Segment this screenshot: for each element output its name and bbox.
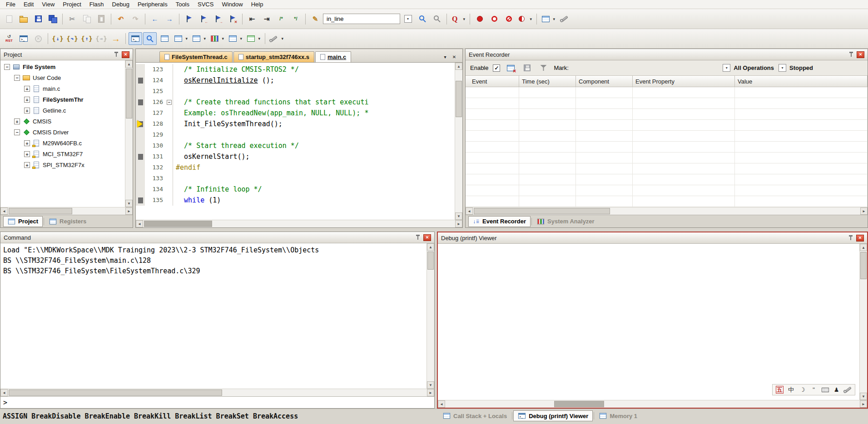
scroll-up-icon[interactable] [860, 244, 867, 251]
menu-view[interactable]: View [38, 0, 59, 8]
document-tab-startup-stm32f746xx-s[interactable]: startup_stm32f746xx.s [233, 51, 314, 62]
scroll-up-icon[interactable] [125, 60, 133, 68]
tab-system-analyzer[interactable]: System Analyzer [533, 216, 599, 227]
project-hscrollbar[interactable] [0, 207, 133, 215]
memory-window-icon[interactable] [227, 32, 244, 45]
command-hscrollbar[interactable] [0, 389, 434, 396]
scroll-left-icon[interactable] [0, 207, 8, 215]
menu-tools[interactable]: Tools [172, 0, 193, 8]
command-output[interactable]: Load "E:\\MDKWorkSpace\\MDK Trainging 20… [0, 243, 427, 389]
breakpoint-margin[interactable] [136, 162, 145, 173]
undo-icon[interactable]: ↶ [114, 13, 128, 25]
event-recorder-hscrollbar[interactable] [466, 207, 868, 215]
document-tab-main-c[interactable]: main.c [315, 51, 351, 62]
tab-registers[interactable]: Registers [45, 216, 90, 227]
save-all-icon[interactable] [46, 13, 60, 25]
menu-flash[interactable]: Flash [85, 0, 108, 8]
find-icon[interactable] [430, 13, 444, 25]
breakpoint-margin[interactable] [136, 108, 145, 118]
tree-expander-icon[interactable]: + [14, 118, 20, 124]
bookmark-toggle-icon[interactable] [182, 13, 196, 25]
open-file-icon[interactable] [17, 13, 30, 25]
menu-project[interactable]: Project [59, 0, 85, 8]
editor-hscrollbar[interactable] [136, 220, 462, 227]
breakpoint-margin[interactable] [136, 129, 145, 140]
document-tab-filesystemthread-c[interactable]: FileSystemThread.c [159, 51, 233, 62]
tree-expander-icon[interactable]: + [24, 97, 30, 103]
scroll-right-icon[interactable] [427, 389, 434, 396]
ime-soft-keyboard-icon[interactable] [821, 386, 829, 394]
redo-icon[interactable]: ↷ [129, 13, 142, 25]
scroll-thumb[interactable] [9, 389, 222, 396]
scroll-down-icon[interactable] [125, 200, 133, 207]
tree-item[interactable]: −CMSIS Driver [0, 127, 125, 138]
column-header-time-sec[interactable]: Time (sec) [519, 76, 576, 87]
pin-icon[interactable] [415, 234, 421, 241]
command-window-icon[interactable] [129, 32, 142, 45]
tree-item[interactable]: +Getline.c [0, 105, 125, 116]
scroll-thumb[interactable] [9, 208, 72, 214]
disable-breakpoint-icon[interactable] [487, 13, 501, 25]
column-header-value[interactable]: Value [735, 76, 868, 87]
scroll-down-icon[interactable] [860, 393, 867, 400]
tree-item[interactable]: +CMSIS [0, 116, 125, 127]
ime-wubi-icon[interactable]: 五 [776, 386, 784, 394]
window-layout-icon[interactable] [540, 13, 557, 25]
close-icon[interactable] [423, 234, 431, 241]
ime-band-icon[interactable]: ♟ [833, 386, 840, 394]
tree-expander-icon[interactable]: + [24, 140, 30, 146]
tab-list-dropdown-icon[interactable] [441, 53, 450, 61]
tree-expander-icon[interactable]: + [24, 162, 30, 168]
scroll-thumb[interactable] [474, 208, 610, 214]
scroll-left-icon[interactable] [438, 400, 445, 408]
breakpoint-options-icon[interactable] [516, 13, 534, 25]
tree-item[interactable]: −User Code [0, 72, 125, 83]
tree-item[interactable]: −File System [0, 61, 125, 72]
breakpoint-margin[interactable] [136, 140, 145, 151]
tree-item[interactable]: +main.c [0, 83, 125, 94]
menu-svcs[interactable]: SVCS [193, 0, 218, 8]
analysis-windows-icon[interactable] [208, 32, 226, 45]
column-header-component[interactable]: Component [576, 76, 633, 87]
command-vscrollbar[interactable] [427, 243, 434, 389]
context-scope-dropdown-icon[interactable] [401, 13, 415, 25]
step-out-icon[interactable]: ↑ [80, 32, 94, 45]
breakpoint-margin[interactable] [136, 195, 145, 206]
breakpoint-margin[interactable] [136, 86, 145, 97]
breakpoint-margin[interactable] [136, 184, 145, 195]
breakpoint-margin[interactable] [136, 173, 145, 184]
close-icon[interactable] [857, 51, 864, 58]
scroll-left-icon[interactable] [466, 207, 473, 215]
tree-expander-icon[interactable]: − [14, 75, 20, 81]
system-viewer-icon[interactable] [245, 32, 262, 45]
bookmark-next-icon[interactable]: → [211, 13, 225, 25]
cut-icon[interactable]: ✂ [65, 13, 79, 25]
pin-icon[interactable] [848, 235, 853, 241]
breakpoint-margin[interactable] [136, 75, 145, 86]
editor-vscrollbar[interactable] [455, 63, 462, 220]
menu-edit[interactable]: Edit [20, 0, 38, 8]
watch-window-icon[interactable] [190, 32, 208, 45]
breakpoint-margin[interactable] [136, 97, 145, 108]
copy-icon[interactable] [80, 13, 94, 25]
tree-expander-icon[interactable]: − [4, 64, 10, 70]
scroll-thumb[interactable] [126, 69, 132, 118]
insert-output-window-icon[interactable] [17, 32, 30, 45]
quick-find-icon[interactable]: Q [450, 13, 467, 25]
tree-expander-icon[interactable]: + [24, 108, 30, 113]
save-icon[interactable] [31, 13, 45, 25]
save-events-icon[interactable] [521, 63, 533, 74]
scroll-left-icon[interactable] [136, 220, 143, 227]
code-editor[interactable]: 123 /* Initialize CMSIS-RTOS2 */124 osKe… [136, 63, 455, 220]
close-document-icon[interactable] [450, 53, 459, 61]
find-in-files-icon[interactable] [416, 13, 429, 25]
indent-icon[interactable]: ⇥ [260, 13, 273, 25]
unindent-icon[interactable]: ⇤ [245, 13, 259, 25]
scroll-up-icon[interactable] [427, 243, 434, 251]
close-icon[interactable] [856, 235, 864, 242]
menu-help[interactable]: Help [247, 0, 268, 8]
operations-filter-combo[interactable]: All Operations [723, 64, 774, 72]
current-context-combo[interactable]: in_line [323, 14, 400, 24]
ime-punctuation-icon[interactable]: ’’ [810, 386, 818, 394]
configure-target-icon[interactable] [558, 13, 571, 25]
